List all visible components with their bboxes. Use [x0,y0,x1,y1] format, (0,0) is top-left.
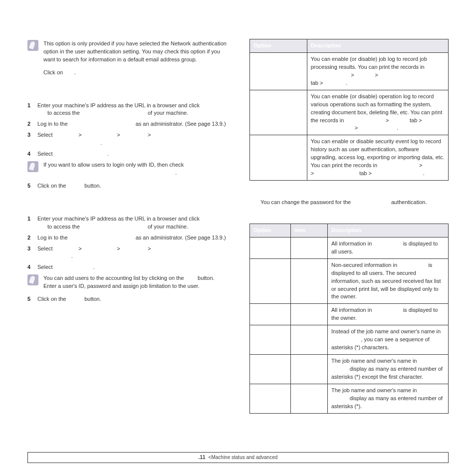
th-desc: Description [331,227,362,233]
step-number: 2 [27,234,37,242]
section-title: Network Accounting (User defined) [27,201,227,212]
change-pw-text: You can change the password for the [260,199,352,205]
admin-setting-label: Admin Setting [352,199,390,205]
th-item: Item [294,227,306,233]
section-subtitle: Information Hiding [249,213,449,221]
sws-label: SyncThru™ Web Service [69,121,134,127]
gt: > [78,245,81,253]
info-hiding-table: Option Item Description All information … [249,224,449,414]
step-text: Select [37,245,54,251]
table-row: All information in Job Status is display… [250,237,449,258]
gt: > [78,131,81,139]
table-row: Security Event Log You can enable or dis… [250,135,449,181]
step-text: as an administrator. (See page 13.9.) [136,235,226,240]
table-row: Operation Log You can enable (or disable… [250,90,449,135]
section-subtitle: Change Password [249,188,449,196]
step-text: Select [37,132,54,138]
step-text: button. [84,296,101,302]
step-text: Log in to the [37,235,69,240]
step-text: Select [37,264,54,270]
period: . [74,69,76,75]
note-icon [27,274,38,285]
table-row: The job name and owner's name in Job Sta… [250,384,449,413]
table-row: All information in Job Status is display… [250,304,449,325]
step-text: Enter your machine's IP address as the U… [37,216,200,222]
step-text: Click on the [37,296,68,302]
gt: > [117,131,120,139]
step-number: 3 [27,245,37,261]
step-number: 3 [27,131,37,147]
path-seg: Methods [123,245,145,251]
section-title: User Authentication for Network Accounti… [27,88,227,99]
gt: > [148,131,151,139]
path-seg: Security [54,245,76,251]
step-number: 1 [27,215,37,231]
step-number: 4 [27,263,37,271]
sws-label: SyncThru™ Web Service [81,224,146,230]
note-text: If you want to allow users to login only… [43,162,184,168]
change-pw-text: authentication. [391,199,427,205]
gt: > [117,245,120,253]
path-seg: Accounting [84,245,115,251]
note-text: This option is only provided if you have… [43,40,227,64]
step-text: Log in to the [37,121,69,127]
step-number: 5 [27,182,37,190]
step-number: 4 [27,150,37,158]
row-option: Job Log [253,56,275,62]
network-accounting-label: Network Accounting [54,151,108,157]
step-number: 2 [27,120,37,128]
period: . [93,264,94,270]
step-text: of your machine. [148,110,188,116]
path-seg: Accounting [84,132,115,138]
apply-label: Apply [68,183,83,189]
step-text: Click on the [37,183,68,189]
table-row: The job name and owner's name in Job Sta… [250,355,449,384]
row-option: Security Event Log [253,138,303,144]
period: . [107,151,109,157]
auth-id-only-label: Authenticate with Login ID only [93,170,175,176]
sws-label: SyncThru™ Web Service [81,110,146,116]
row-option: Operation Log [253,93,291,99]
note-text: You can add users to the accounting list… [43,275,186,281]
step-number: 1 [27,102,37,118]
table-row: Instead of the job name and owner's name… [250,325,449,355]
path-seg: Methods [123,132,145,138]
note-icon [27,40,38,51]
ok-label: OK [64,69,73,75]
th-option: Option [253,42,271,48]
step-text: to access the [47,110,81,116]
apply-label: Apply [68,296,83,302]
step-text: button. [84,183,101,189]
note-icon [27,161,38,172]
step-text: as an administrator. (See page 13.9.) [136,121,226,127]
table-row: Job Log You can enable (or disable) job … [250,52,449,90]
step-text: Select [37,151,54,157]
path-seg: Standard [47,253,71,259]
step-text: of your machine. [148,224,188,230]
footer-text: <Machine status and advanced [209,454,278,462]
click-on-text: Click on [43,69,64,75]
table-row: Non-secured information in Job Status is… [250,258,449,304]
network-accounting-label: Network Accounting [47,140,101,146]
path-seg: No Accounting [54,264,93,270]
path-seg: Security [54,132,76,138]
add-label: Add [186,275,196,281]
gt: > [148,245,151,253]
period: . [71,253,73,259]
step-text: Enter your machine's IP address as the U… [37,102,200,108]
page-number: .11 [199,454,206,462]
row-desc: You can enable (or disable) job log to r… [311,56,427,70]
th-desc: Description [311,42,341,48]
sws-label: SyncThru™ Web Service [69,235,134,240]
log-options-table: Option Description Job Log You can enabl… [249,39,449,181]
page-footer: .11 <Machine status and advanced [27,452,449,463]
step-text: to access the [47,224,81,230]
period: . [175,170,177,176]
period: . [101,140,102,146]
step-number: 5 [27,295,37,303]
th-option: Option [253,227,271,233]
